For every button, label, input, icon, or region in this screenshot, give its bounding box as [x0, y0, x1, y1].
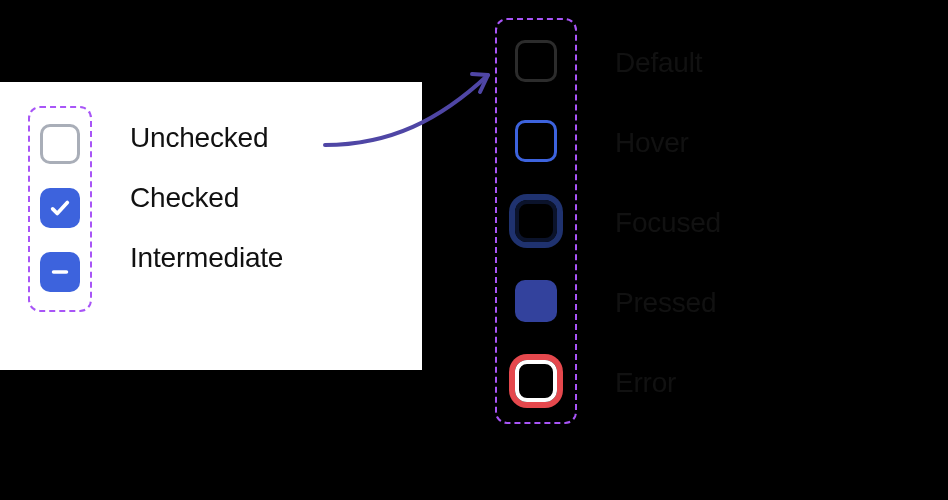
checkbox-state-default-icon[interactable]	[515, 40, 557, 82]
checkbox-checked-icon[interactable]	[40, 188, 80, 228]
variant-row-checked: Checked	[130, 182, 283, 214]
checkbox-intermediate-icon[interactable]	[40, 252, 80, 292]
variant-row-unchecked: Unchecked	[130, 122, 283, 154]
state-label-hover: Hover	[615, 122, 721, 164]
state-label-pressed: Pressed	[615, 282, 721, 324]
states-frame	[495, 18, 577, 424]
state-label-default: Default	[615, 42, 721, 84]
checkbox-state-pressed-icon[interactable]	[515, 280, 557, 322]
checkbox-state-hover-icon[interactable]	[515, 120, 557, 162]
states-block: Default Hover Focused Pressed Error	[495, 18, 721, 424]
state-labels: Default Hover Focused Pressed Error	[615, 18, 721, 404]
checkbox-unchecked-icon[interactable]	[40, 124, 80, 164]
state-label-focused: Focused	[615, 202, 721, 244]
variant-label: Intermediate	[130, 242, 283, 274]
variant-frame	[28, 106, 92, 312]
variant-label: Unchecked	[130, 122, 268, 154]
variant-row-intermediate: Intermediate	[130, 242, 283, 274]
variant-card: Unchecked Checked Intermediate	[0, 82, 422, 370]
checkbox-state-focused-icon[interactable]	[515, 200, 557, 242]
checkbox-state-error-icon[interactable]	[515, 360, 557, 402]
state-label-error: Error	[615, 362, 721, 404]
variant-label: Checked	[130, 182, 239, 214]
